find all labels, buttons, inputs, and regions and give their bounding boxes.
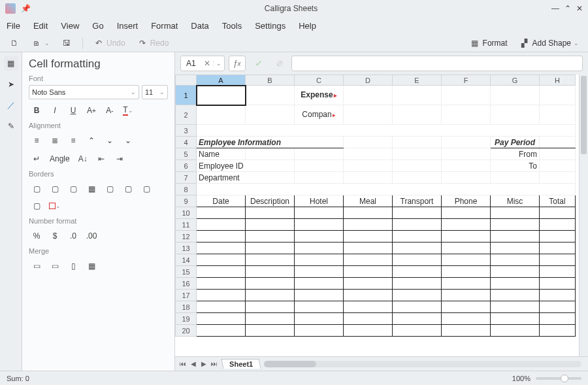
- italic-button[interactable]: I: [47, 103, 63, 118]
- accept-icon[interactable]: ✓: [250, 56, 267, 71]
- align-middle-button[interactable]: ⌄: [102, 133, 118, 148]
- col-header-e[interactable]: E: [393, 75, 442, 86]
- formula-bar: A1 ✕ ⌄ ƒx ✓ ⊘: [175, 52, 588, 75]
- indent-increase-button[interactable]: ⇥: [112, 152, 127, 166]
- zoom-slider[interactable]: [536, 377, 581, 380]
- bold-button[interactable]: B: [29, 103, 44, 118]
- unmerge-button[interactable]: ▦: [84, 259, 99, 273]
- col-header-h[interactable]: H: [540, 75, 576, 86]
- menu-format[interactable]: Format: [151, 21, 178, 31]
- merge-v-button[interactable]: ▯: [65, 259, 81, 273]
- superscript-button[interactable]: A+: [84, 103, 99, 118]
- statusbar: Sum: 0 100%: [0, 371, 588, 385]
- font-size-combo[interactable]: 11⌄: [142, 85, 168, 99]
- border-color-button[interactable]: ⌄: [47, 199, 63, 213]
- pin-icon[interactable]: 📌: [21, 4, 31, 13]
- font-family-combo[interactable]: Noto Sans⌄: [29, 85, 139, 99]
- merge-h-button[interactable]: ▭: [47, 259, 63, 273]
- window-title: Calligra Sheets: [31, 4, 551, 13]
- align-center-button[interactable]: ≣: [47, 133, 63, 148]
- menu-tools[interactable]: Tools: [222, 21, 242, 31]
- menu-settings[interactable]: Settings: [255, 21, 286, 31]
- minimize-icon[interactable]: —: [551, 4, 559, 13]
- align-left-button[interactable]: ≡: [29, 133, 44, 148]
- decrease-decimal-button[interactable]: .0: [65, 229, 81, 243]
- merge-button[interactable]: ▭: [29, 259, 44, 273]
- angle-label: Angle: [47, 152, 73, 166]
- col-header-a[interactable]: A: [197, 75, 246, 86]
- col-header-g[interactable]: G: [491, 75, 540, 86]
- align-right-button[interactable]: ≡: [65, 133, 81, 148]
- border-right-button[interactable]: ▢: [65, 182, 81, 196]
- tab-first-icon[interactable]: ⏮: [178, 359, 188, 369]
- format-button[interactable]: ▦Format: [466, 37, 512, 50]
- section-merge-label: Merge: [29, 247, 168, 255]
- col-header-b[interactable]: B: [246, 75, 295, 86]
- underline-button[interactable]: U: [65, 103, 81, 118]
- border-inner-button[interactable]: ▢: [139, 182, 154, 196]
- clear-ref-icon[interactable]: ✕: [201, 59, 213, 68]
- redo-button[interactable]: ↷Redo: [133, 37, 173, 50]
- menu-edit[interactable]: Edit: [33, 21, 48, 31]
- border-bottom-button[interactable]: ▢: [120, 182, 136, 196]
- function-wizard-button[interactable]: ƒx: [229, 56, 246, 71]
- titlebar: 📌 Calligra Sheets — ⌃ ✕: [0, 0, 588, 17]
- section-borders-label: Borders: [29, 170, 168, 178]
- row-header-1[interactable]: 1: [176, 86, 197, 105]
- close-icon[interactable]: ✕: [576, 4, 583, 13]
- formatting-panel: Cell formatting Font Noto Sans⌄ 11⌄ B I …: [22, 52, 175, 371]
- align-top-button[interactable]: ⌃: [84, 133, 99, 148]
- section-number-label: Number format: [29, 217, 168, 225]
- cell-a1[interactable]: [197, 86, 246, 105]
- align-bottom-button[interactable]: ⌄: [120, 133, 136, 148]
- font-color-button[interactable]: T⌄: [120, 103, 136, 118]
- maximize-icon[interactable]: ⌃: [564, 4, 571, 13]
- menu-data[interactable]: Data: [191, 21, 208, 31]
- tab-sheet1[interactable]: Sheet1: [221, 359, 261, 369]
- sheet-tab-bar: ⏮ ◀ ▶ ⏭ Sheet1: [175, 356, 588, 371]
- formula-input[interactable]: [291, 56, 583, 71]
- tool-strip: ▦ ➤ ／ ✎: [0, 52, 22, 371]
- tab-prev-icon[interactable]: ◀: [188, 359, 199, 369]
- percent-button[interactable]: %: [29, 229, 44, 243]
- new-doc-button[interactable]: 🗋: [5, 37, 24, 50]
- vertical-text-button[interactable]: A↓: [75, 152, 91, 166]
- calligraphy-tool-icon[interactable]: ✎: [4, 119, 18, 133]
- tab-last-icon[interactable]: ⏭: [209, 359, 220, 369]
- cell-format-tool-icon[interactable]: ▦: [4, 56, 18, 71]
- open-doc-button[interactable]: 🗈⌄: [27, 37, 54, 50]
- select-tool-icon[interactable]: ➤: [4, 77, 18, 92]
- indent-decrease-button[interactable]: ⇤: [93, 152, 109, 166]
- wrap-button[interactable]: ↵: [29, 152, 44, 166]
- menubar: File Edit View Go Insert Format Data Too…: [0, 17, 588, 34]
- add-shape-button[interactable]: ▞Add Shape⌄: [515, 37, 583, 50]
- border-none-button[interactable]: ▢: [29, 199, 44, 213]
- spreadsheet-grid[interactable]: A B C D E F G H 1 Expense▸: [175, 75, 579, 356]
- col-header-c[interactable]: C: [295, 75, 344, 86]
- horizontal-scrollbar[interactable]: [264, 361, 581, 367]
- undo-button[interactable]: ↶Undo: [90, 37, 129, 50]
- border-outline-button[interactable]: ▢: [29, 182, 44, 196]
- menu-insert[interactable]: Insert: [117, 21, 139, 31]
- menu-file[interactable]: File: [7, 21, 20, 31]
- col-header-d[interactable]: D: [344, 75, 393, 86]
- row-header-2[interactable]: 2: [176, 105, 197, 125]
- border-left-button[interactable]: ▢: [47, 182, 63, 196]
- cancel-icon[interactable]: ⊘: [270, 56, 287, 71]
- tab-next-icon[interactable]: ▶: [199, 359, 209, 369]
- subscript-button[interactable]: A-: [102, 103, 118, 118]
- menu-view[interactable]: View: [61, 21, 79, 31]
- menu-go[interactable]: Go: [92, 21, 103, 31]
- border-top-button[interactable]: ▢: [102, 182, 118, 196]
- border-all-button[interactable]: ▦: [84, 182, 99, 196]
- save-button[interactable]: 🖫: [57, 37, 76, 50]
- currency-button[interactable]: $: [47, 229, 63, 243]
- line-tool-icon[interactable]: ／: [4, 98, 18, 112]
- cell-reference-box[interactable]: A1 ✕ ⌄: [180, 56, 225, 71]
- increase-decimal-button[interactable]: .00: [84, 229, 99, 243]
- section-font-label: Font: [29, 75, 168, 82]
- vertical-scrollbar[interactable]: [579, 75, 588, 356]
- menu-help[interactable]: Help: [299, 21, 316, 31]
- col-header-f[interactable]: F: [442, 75, 491, 86]
- select-all-corner[interactable]: [176, 75, 197, 86]
